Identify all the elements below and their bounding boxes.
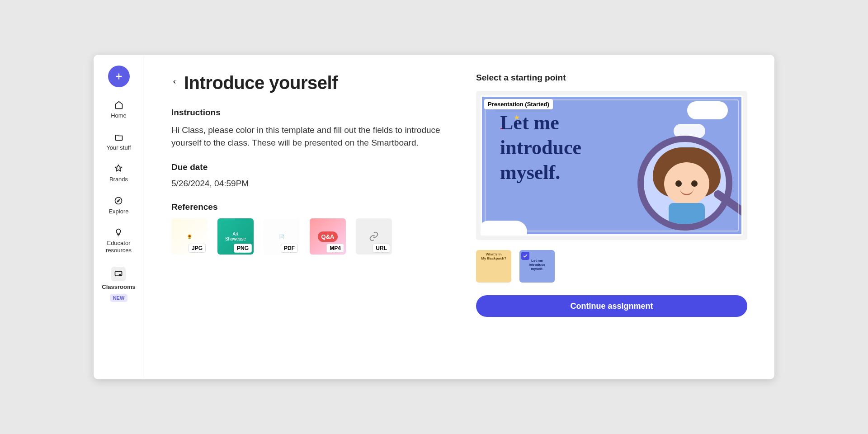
reference-thumbnail: Q&A (318, 231, 338, 242)
file-type-badge: PNG (234, 244, 252, 253)
sidebar-item-your-stuff[interactable]: Your stuff (106, 132, 131, 151)
sidebar-item-home[interactable]: Home (111, 100, 127, 119)
svg-point-2 (115, 197, 122, 204)
due-date-heading: Due date (171, 162, 449, 172)
references-heading: References (171, 202, 449, 212)
sidebar-item-educator-resources[interactable]: Educator resources (106, 227, 132, 254)
file-type-badge: PDF (281, 244, 298, 253)
cloud-decoration (481, 221, 527, 236)
template-thumb-introduce[interactable]: Let me introduce myself. (519, 250, 555, 283)
svg-marker-3 (118, 199, 120, 202)
instructions-heading: Instructions (171, 108, 449, 118)
main-content: Introduce yourself Instructions Hi Class… (144, 55, 774, 379)
slide-text: Let me introduce myself. (500, 110, 581, 185)
reference-jpg[interactable]: 🌻 JPG (171, 218, 208, 255)
create-button[interactable] (108, 66, 130, 87)
lightbulb-icon (113, 227, 123, 237)
sidebar-item-label: Educator resources (106, 240, 132, 254)
reference-pdf[interactable]: 📄 PDF (264, 218, 300, 255)
status-badge: Presentation (Started) (484, 99, 553, 109)
star-decoration: ★ (499, 124, 509, 134)
check-icon (523, 253, 528, 259)
compass-icon (113, 196, 123, 206)
sidebar-item-brands[interactable]: Brands (109, 164, 128, 183)
sidebar-item-classrooms[interactable]: Classrooms NEW (102, 267, 135, 302)
instructions-body: Hi Class, please color in this template … (171, 124, 449, 149)
folder-icon (114, 132, 124, 142)
new-badge: NEW (110, 294, 128, 302)
sidebar-item-label: Home (111, 112, 127, 119)
due-date-value: 5/26/2024, 04:59PM (171, 179, 449, 189)
sidebar-item-label: Brands (109, 176, 128, 183)
starting-point-panel: Select a starting point Presentation (St… (476, 73, 747, 366)
starting-point-heading: Select a starting point (476, 73, 747, 83)
home-icon (114, 100, 124, 110)
app-frame: Home Your stuff Brands Explore Educator … (94, 55, 774, 379)
file-type-badge: JPG (189, 244, 206, 253)
cloud-decoration (687, 101, 728, 119)
file-type-badge: MP4 (326, 244, 344, 253)
character-illustration (637, 136, 732, 231)
assignment-details: Introduce yourself Instructions Hi Class… (171, 73, 449, 366)
thumb-title: What's In My Backpack? (476, 250, 511, 261)
plus-icon (114, 71, 124, 81)
template-thumbnails: What's In My Backpack? Let me introduce … (476, 250, 747, 283)
back-button[interactable] (171, 77, 178, 90)
references-list: 🌻 JPG Art Showcase PNG 📄 PDF Q&A MP4 (171, 218, 449, 255)
slide-preview: ★ ★ ★ Let me introduce myself. (481, 95, 743, 236)
sidebar-item-label: Explore (108, 208, 128, 215)
classroom-icon (111, 267, 126, 281)
star-decoration: ★ (514, 113, 524, 123)
sidebar-item-explore[interactable]: Explore (108, 196, 128, 215)
svg-point-5 (119, 274, 121, 275)
sidebar-item-label: Classrooms (102, 283, 135, 291)
selected-check (521, 252, 529, 260)
link-icon (369, 231, 379, 241)
reference-thumbnail: 🌻 (185, 232, 194, 241)
cloud-decoration (674, 124, 705, 138)
page-title: Introduce yourself (184, 73, 338, 93)
template-thumb-backpack[interactable]: What's In My Backpack? (476, 250, 511, 283)
file-type-badge: URL (373, 244, 390, 253)
reference-url[interactable]: URL (356, 218, 392, 255)
reference-png[interactable]: Art Showcase PNG (217, 218, 254, 255)
brand-icon (113, 164, 123, 174)
reference-thumbnail: Art Showcase (223, 230, 248, 243)
sidebar: Home Your stuff Brands Explore Educator … (94, 55, 144, 379)
chevron-left-icon (171, 77, 178, 87)
template-preview[interactable]: Presentation (Started) ★ ★ ★ Let me intr… (476, 91, 747, 240)
sidebar-item-label: Your stuff (106, 144, 131, 151)
reference-thumbnail: 📄 (277, 232, 286, 241)
magnifier-handle (712, 189, 743, 226)
continue-assignment-button[interactable]: Continue assignment (476, 295, 747, 317)
reference-mp4[interactable]: Q&A MP4 (310, 218, 346, 255)
